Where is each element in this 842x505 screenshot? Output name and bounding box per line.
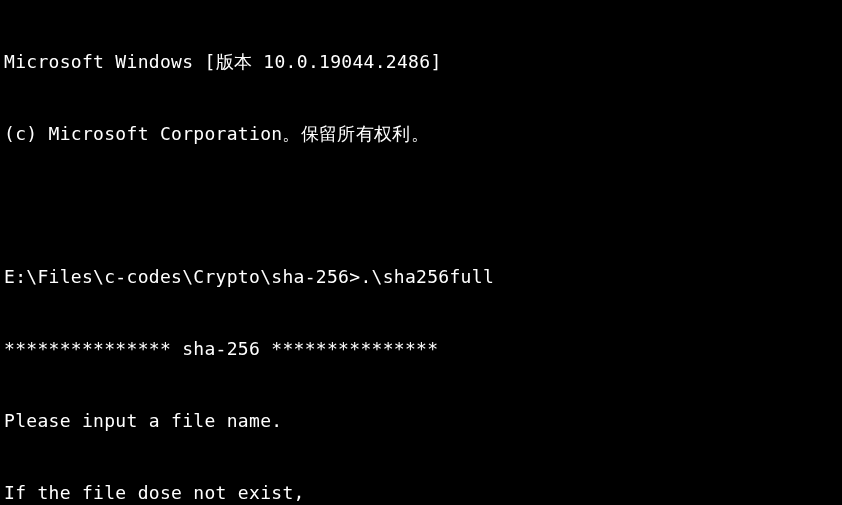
instruction-line: Please input a file name. <box>4 409 838 433</box>
program-header-line: *************** sha-256 *************** <box>4 337 838 361</box>
copyright-line: (c) Microsoft Corporation。保留所有权利。 <box>4 122 838 146</box>
terminal-window[interactable]: Microsoft Windows [版本 10.0.19044.2486] (… <box>4 2 838 505</box>
instruction-line: If the file dose not exist, <box>4 481 838 505</box>
blank-line <box>4 194 838 218</box>
prompt-command-line: E:\Files\c-codes\Crypto\sha-256>.\sha256… <box>4 265 838 289</box>
os-version-line: Microsoft Windows [版本 10.0.19044.2486] <box>4 50 838 74</box>
